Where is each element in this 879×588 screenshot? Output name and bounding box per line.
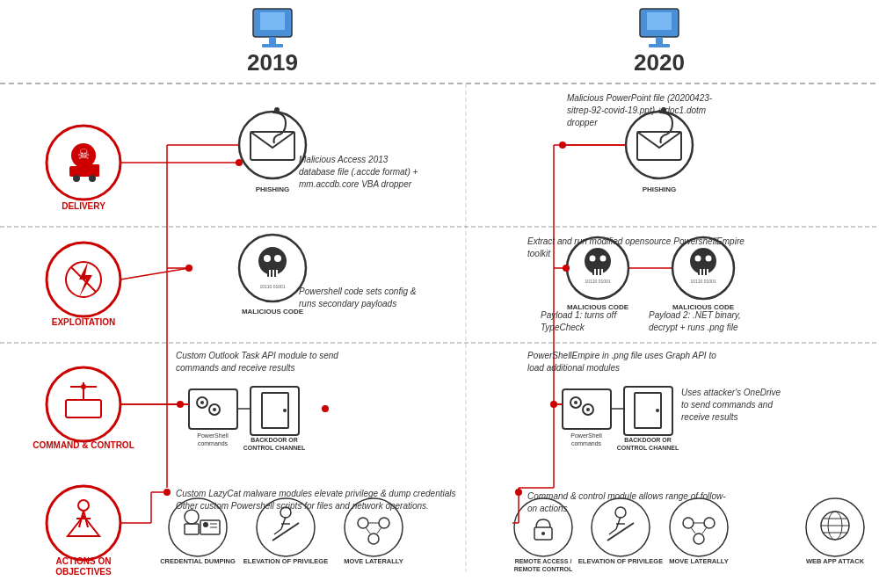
svg-point-126 (368, 534, 379, 544)
svg-text:10110 01001: 10110 01001 (259, 284, 285, 289)
svg-rect-136 (534, 527, 552, 540)
svg-point-69 (81, 384, 86, 389)
svg-rect-77 (251, 387, 299, 435)
main-container: 2019 2020 ☠ DELIVERY PH (0, 0, 879, 588)
svg-rect-58 (700, 269, 701, 275)
svg-rect-60 (707, 269, 708, 275)
phishing-2020-label: PHISHING (643, 185, 677, 193)
svg-point-162 (515, 489, 522, 496)
svg-text:ELEVATION OF PRIVILEGE: ELEVATION OF PRIVILEGE (578, 557, 663, 565)
svg-point-34 (258, 247, 287, 275)
svg-point-85 (322, 405, 329, 412)
svg-point-43 (185, 265, 193, 272)
svg-text:MOVE LATERALLY: MOVE LATERALLY (669, 557, 729, 565)
actions-2019-desc: Custom LazyCat malware modules elevate p… (176, 488, 457, 512)
svg-marker-107 (68, 516, 99, 536)
delivery-label: DELIVERY (62, 201, 105, 211)
svg-point-137 (541, 532, 545, 535)
svg-point-112 (203, 522, 208, 527)
svg-point-131 (163, 489, 171, 496)
svg-text:WEB APP ATTACK: WEB APP ATTACK (806, 557, 865, 565)
svg-line-143 (616, 517, 621, 529)
svg-line-120 (274, 529, 281, 534)
exploitation-2019-desc: Powershell code sets config & runs secon… (299, 286, 431, 310)
svg-text:10110 01001: 10110 01001 (690, 279, 716, 284)
svg-rect-59 (703, 269, 705, 275)
svg-point-156 (821, 512, 849, 540)
year-2020-label: 2020 (634, 49, 685, 76)
svg-point-102 (47, 486, 120, 560)
svg-line-105 (84, 511, 88, 527)
svg-text:PowerShell: PowerShell (570, 432, 602, 439)
actions-label-1: ACTIONS ON (56, 556, 112, 566)
svg-point-17 (89, 175, 96, 182)
svg-rect-5 (647, 12, 672, 30)
svg-line-119 (281, 517, 286, 529)
payload2-desc: Payload 2: .NET binary, decrypt + runs .… (649, 309, 745, 334)
svg-rect-3 (262, 44, 283, 47)
svg-point-18 (239, 112, 306, 178)
cc-2020-desc: PowerShellEmpire in .png file uses Graph… (527, 350, 725, 374)
svg-point-103 (78, 500, 89, 511)
svg-rect-0 (253, 9, 292, 37)
svg-line-153 (702, 527, 707, 534)
svg-rect-86 (563, 389, 611, 429)
delivery-2019-desc: Malicious Access 2013 database file (.ac… (299, 154, 422, 191)
svg-text:BACKDOOR OR: BACKDOOR OR (624, 437, 672, 443)
exploitation-label: EXPLOITATION (52, 317, 115, 327)
svg-rect-78 (262, 393, 288, 428)
svg-rect-19 (251, 132, 294, 160)
svg-rect-15 (91, 164, 99, 177)
svg-rect-48 (592, 269, 603, 275)
svg-rect-40 (276, 270, 278, 277)
svg-point-16 (73, 175, 80, 182)
svg-rect-51 (601, 269, 603, 275)
svg-point-12 (71, 143, 96, 168)
svg-rect-111 (200, 520, 220, 534)
svg-point-90 (586, 408, 590, 411)
svg-rect-37 (267, 270, 278, 277)
svg-rect-110 (185, 524, 199, 534)
svg-rect-94 (635, 393, 661, 428)
computer-2019-icon (253, 9, 292, 47)
svg-point-157 (828, 512, 842, 540)
svg-line-128 (366, 527, 370, 534)
svg-rect-66 (66, 400, 101, 417)
svg-text:CONTROL CHANNEL: CONTROL CHANNEL (617, 445, 679, 451)
svg-rect-7 (649, 44, 670, 47)
svg-point-149 (704, 518, 715, 528)
svg-line-129 (377, 527, 381, 534)
svg-point-73 (209, 404, 220, 415)
svg-text:CONTROL CHANNEL: CONTROL CHANNEL (243, 445, 306, 451)
svg-point-150 (694, 534, 704, 544)
svg-point-11 (47, 126, 120, 200)
exploitation-2020-desc: Extract and run modified opensource Powe… (527, 236, 765, 260)
payload1-desc: Payload 1: turns off TypeCheck (541, 309, 628, 334)
svg-point-71 (197, 397, 207, 408)
svg-point-89 (583, 404, 593, 415)
svg-point-29 (47, 243, 120, 316)
delivery-2020-desc: Malicious PowerPoint file (20200423-sitr… (567, 92, 725, 129)
svg-rect-6 (656, 37, 663, 44)
svg-point-125 (379, 518, 389, 528)
svg-point-33 (239, 235, 306, 301)
svg-point-65 (47, 367, 120, 441)
svg-rect-24 (637, 132, 681, 160)
svg-point-20 (274, 107, 280, 113)
svg-point-31 (66, 262, 101, 297)
svg-rect-38 (269, 270, 271, 277)
svg-rect-93 (624, 387, 672, 435)
svg-point-88 (574, 401, 578, 404)
svg-point-83 (177, 401, 184, 408)
year-2019-label: 2019 (247, 49, 298, 76)
phishing-2019-label: PHISHING (256, 185, 290, 193)
svg-point-155 (806, 498, 864, 556)
svg-rect-4 (640, 9, 679, 37)
svg-point-87 (570, 397, 581, 408)
actions-2020-desc: Command & control module allows range of… (527, 490, 730, 515)
svg-text:REMOTE CONTROL: REMOTE CONTROL (514, 566, 573, 572)
svg-text:commands: commands (198, 440, 229, 446)
svg-point-95 (656, 409, 659, 412)
svg-point-36 (274, 255, 281, 262)
svg-text:REMOTE ACCESS /: REMOTE ACCESS / (515, 558, 572, 564)
